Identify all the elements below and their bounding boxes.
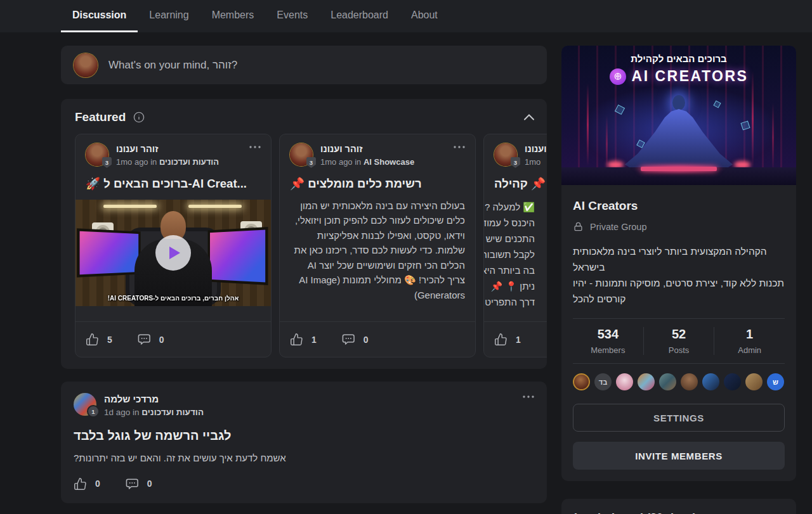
post-meta: 1mo ago in AI Showcase bbox=[320, 157, 414, 167]
description-line: הקהילה המקצועית ביותר ליוצרי בינה מלאכות… bbox=[573, 243, 785, 275]
group-privacy: Private Group bbox=[573, 221, 785, 232]
sidebar: ברוכים הבאים לקהילת AI CREATORS AI Creat… bbox=[561, 46, 796, 514]
settings-button[interactable]: SETTINGS bbox=[573, 404, 785, 432]
stat-value: 1 bbox=[714, 327, 785, 342]
author-name[interactable]: זוהר וענונו bbox=[320, 143, 414, 155]
body-line: ✅ למעלה ? bbox=[494, 199, 535, 215]
stat-admins: 1 Admin bbox=[714, 327, 785, 355]
post-card[interactable]: 1 מרדכי שלמה 1d ago in הודעות ועדכונים ל… bbox=[61, 382, 547, 503]
level-badge: 3 bbox=[102, 157, 112, 168]
thumbs-up-icon bbox=[74, 477, 87, 491]
group-info-card: ברוכים הבאים לקהילת AI CREATORS AI Creat… bbox=[561, 46, 796, 481]
comment-count: 0 bbox=[159, 335, 164, 345]
like-count: 5 bbox=[107, 335, 112, 345]
member-avatar[interactable] bbox=[745, 373, 763, 390]
tab-about[interactable]: About bbox=[400, 0, 449, 32]
featured-card-community[interactable]: 3 זוהר וענונו 1mo קהילה 📌 ✅ למעלה ? היכנ… bbox=[483, 134, 547, 357]
monitor-right bbox=[207, 227, 268, 285]
post-body: ✅ למעלה ? היכנס ל עמוד התכנים שיש לקבל ת… bbox=[494, 199, 535, 310]
post-title[interactable]: 📌 רשימת כלים מומלצים bbox=[290, 177, 465, 191]
member-avatar[interactable] bbox=[616, 373, 633, 390]
comment-count: 0 bbox=[147, 479, 152, 489]
post-title[interactable]: 🚀 ברוכים הבאים ל-AI Creat... bbox=[86, 177, 261, 191]
body-line: ניתן 📍 📌 bbox=[494, 278, 535, 294]
lock-icon bbox=[573, 221, 584, 232]
play-icon[interactable] bbox=[155, 235, 191, 271]
video-thumbnail[interactable]: אהלן חברים, ברוכים הבאים ל-AI CREATORS! bbox=[75, 200, 271, 306]
timestamp: 1mo bbox=[525, 157, 540, 167]
tab-members[interactable]: Members bbox=[200, 0, 266, 32]
comment-button[interactable]: 0 bbox=[342, 333, 369, 346]
author-avatar[interactable]: 1 bbox=[74, 393, 96, 416]
leaderboard-card: Leaderboard (30-days) bbox=[561, 499, 796, 514]
leaderboard-title: Leaderboard (30-days) bbox=[574, 511, 783, 514]
cover-brand-row: AI CREATORS bbox=[561, 68, 796, 85]
like-button[interactable]: 1 bbox=[494, 333, 521, 346]
member-avatar[interactable] bbox=[724, 373, 741, 390]
member-avatar[interactable] bbox=[573, 373, 590, 390]
more-options-icon[interactable] bbox=[249, 146, 261, 148]
member-avatar[interactable] bbox=[659, 373, 676, 390]
post-header: 1 מרדכי שלמה 1d ago in הודעות ועדכונים bbox=[74, 393, 534, 417]
member-avatar-initials[interactable]: בד bbox=[594, 373, 612, 390]
author-name[interactable]: מרדכי שלמה bbox=[104, 393, 204, 406]
body-line: בה ביותר היא bbox=[494, 262, 535, 278]
comment-button[interactable]: 0 bbox=[138, 333, 164, 346]
chevron-up-icon[interactable] bbox=[524, 114, 534, 120]
cover-figure bbox=[672, 95, 685, 110]
author-name[interactable]: זוהר וענונו bbox=[525, 143, 547, 155]
stat-label: Posts bbox=[644, 345, 714, 355]
post-title[interactable]: לגביי הרשמה של גוגל בלבד bbox=[74, 428, 534, 443]
composer-prompt: What's on your mind, זוהר? bbox=[108, 59, 237, 72]
featured-card-welcome[interactable]: 3 זוהר וענונו 1mo ago in הודעות ועדכונים… bbox=[75, 134, 272, 357]
body-line: דרך התפריט bbox=[494, 294, 535, 310]
comment-count: 0 bbox=[363, 335, 369, 345]
member-avatar[interactable] bbox=[638, 373, 655, 390]
post-composer[interactable]: What's on your mind, זוהר? bbox=[61, 46, 547, 84]
card-header: 3 זוהר וענונו 1mo ago in הודעות ועדכונים bbox=[86, 143, 261, 167]
featured-card-tools[interactable]: 3 זוהר וענונו 1mo ago in AI Showcase 📌 ר… bbox=[279, 134, 476, 357]
invite-members-button[interactable]: INVITE MEMBERS bbox=[573, 442, 785, 470]
level-badge: 1 bbox=[87, 405, 100, 418]
author-avatar[interactable]: 3 bbox=[86, 143, 108, 166]
author-avatar[interactable]: 3 bbox=[494, 143, 517, 166]
featured-cards-row: 3 זוהר וענונו 1mo ago in הודעות ועדכונים… bbox=[75, 134, 547, 357]
like-button[interactable]: 1 bbox=[290, 333, 317, 346]
body-line: היכנס ל עמוד bbox=[494, 215, 535, 231]
thumbs-up-icon bbox=[86, 333, 99, 346]
tab-learning[interactable]: Learning bbox=[138, 0, 200, 32]
tab-leaderboard[interactable]: Leaderboard bbox=[319, 0, 400, 32]
category-link[interactable]: AI Showcase bbox=[363, 157, 414, 167]
comment-icon bbox=[342, 333, 355, 346]
featured-title: Featured bbox=[75, 110, 126, 124]
studio-light bbox=[103, 205, 157, 208]
post-body: אשמח לדעת איך עושים את זה. והאם יש בזה י… bbox=[74, 453, 534, 463]
more-options-icon[interactable] bbox=[454, 146, 465, 148]
category-link[interactable]: הודעות ועדכונים bbox=[159, 157, 219, 167]
thumbs-up-icon bbox=[290, 333, 303, 346]
author-name[interactable]: זוהר וענונו bbox=[116, 143, 219, 155]
member-avatar[interactable] bbox=[681, 373, 698, 390]
category-link[interactable]: הודעות ועדכונים bbox=[141, 408, 204, 417]
member-avatar-initials[interactable]: ש bbox=[767, 373, 784, 390]
cover-welcome-text: ברוכים הבאים לקהילת bbox=[561, 53, 796, 64]
info-icon[interactable] bbox=[133, 112, 145, 123]
author-avatar[interactable]: 3 bbox=[290, 143, 313, 166]
timestamp: 1mo ago in bbox=[320, 157, 361, 167]
featured-section: Featured bbox=[61, 99, 547, 369]
tab-discussion[interactable]: Discussion bbox=[61, 0, 138, 32]
stat-label: Admin bbox=[714, 345, 785, 355]
comment-icon bbox=[126, 477, 139, 491]
like-button[interactable]: 5 bbox=[86, 333, 112, 346]
member-avatar[interactable] bbox=[702, 373, 719, 390]
comment-button[interactable]: 0 bbox=[126, 477, 152, 491]
more-options-icon[interactable] bbox=[523, 395, 534, 398]
tab-events[interactable]: Events bbox=[265, 0, 319, 32]
like-button[interactable]: 0 bbox=[74, 477, 100, 491]
post-title[interactable]: קהילה 📌 bbox=[494, 177, 547, 191]
body-line: לקבל תשובות bbox=[494, 247, 535, 262]
description-line: תכנות ללא קוד, יצירת סרטים, מוסיקה ותמונ… bbox=[573, 275, 785, 307]
current-user-avatar[interactable] bbox=[74, 53, 98, 77]
card-header: 3 זוהר וענונו 1mo bbox=[494, 143, 547, 167]
card-header: 3 זוהר וענונו 1mo ago in AI Showcase bbox=[290, 143, 465, 167]
